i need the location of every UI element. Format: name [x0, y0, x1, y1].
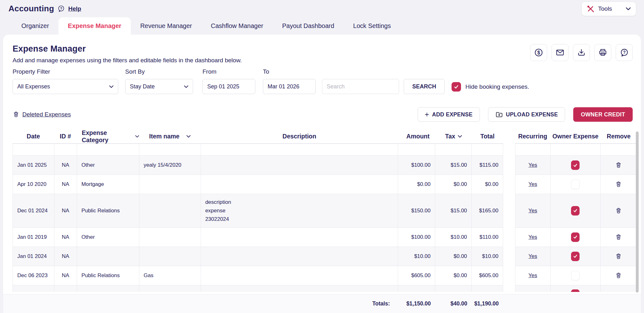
svg-text:$: $	[537, 50, 540, 55]
expense-manager-panel: Expense Manager Add and manage expenses …	[3, 35, 641, 313]
delete-row-button[interactable]	[614, 252, 623, 261]
recurring-link[interactable]: Yes	[528, 234, 537, 240]
delete-row-button[interactable]	[614, 271, 623, 280]
col-header-remove: Remove	[601, 133, 637, 140]
recurring-link[interactable]: Yes	[528, 162, 537, 168]
tab-cashflow-manager[interactable]: Cashflow Manager	[201, 17, 273, 35]
help-chat-button[interactable]: ?	[616, 44, 633, 61]
table-row: Apr 10 2020NAMortgage$0.00$0.00$0.00Yes	[13, 175, 641, 194]
delete-row-button[interactable]	[614, 161, 623, 170]
col-header-description: Description	[201, 133, 398, 140]
owner-expense-checkbox[interactable]	[571, 271, 580, 280]
help-link[interactable]: Help	[68, 5, 81, 12]
owner-credit-button[interactable]: OWNER CREDIT	[573, 107, 633, 122]
email-button[interactable]	[552, 44, 569, 61]
recurring-link[interactable]: Yes	[528, 181, 537, 187]
trash-icon	[615, 181, 622, 188]
col-header-owner-expense: Owner Expense	[550, 133, 601, 140]
search-input[interactable]	[322, 79, 399, 94]
delete-row-button[interactable]	[614, 180, 623, 189]
total-cell: $10.00	[472, 247, 503, 266]
recurring-link[interactable]: Yes	[528, 208, 537, 214]
chevron-down-icon	[458, 135, 462, 138]
help-chat-icon: ?	[619, 48, 629, 57]
tax-cell: $0.00	[435, 175, 472, 194]
date-cell: Jan 01 2019	[13, 228, 54, 247]
owner-expense-cell	[551, 228, 601, 247]
recurring-link[interactable]: Yes	[528, 253, 537, 260]
recurring-cell	[515, 144, 551, 155]
to-date-input[interactable]: Mar 01 2026	[263, 79, 316, 94]
category-cell: Other	[77, 156, 139, 175]
amount-cell: $100.00	[398, 156, 435, 175]
owner-expense-cell	[551, 247, 601, 266]
item-cell: Gas	[139, 266, 201, 285]
delete-row-button[interactable]	[614, 206, 623, 215]
tax-cell: $15.00	[435, 156, 472, 175]
owner-expense-checkbox[interactable]	[571, 232, 580, 242]
vertical-scrollbar[interactable]	[636, 131, 639, 293]
table-row	[13, 285, 641, 292]
total-cell: $0.00	[472, 175, 503, 194]
owner-expense-cell	[551, 156, 601, 175]
col-header-category[interactable]: Expense Category	[77, 129, 139, 144]
category-cell	[77, 285, 139, 292]
dollar-circle-icon: $	[534, 48, 543, 57]
owner-expense-checkbox[interactable]	[571, 252, 580, 261]
download-button[interactable]	[573, 44, 590, 61]
check-icon	[573, 209, 578, 213]
chevron-down-icon	[109, 85, 114, 88]
recurring-cell: Yes	[515, 194, 551, 227]
tab-payout-dashboard[interactable]: Payout Dashboard	[273, 17, 344, 35]
deleted-expenses-link[interactable]: Deleted Expenses	[13, 111, 71, 118]
col-header-id[interactable]: ID #	[54, 133, 77, 140]
currency-button[interactable]: $	[530, 44, 547, 61]
add-expense-button[interactable]: + ADD EXPENSE	[418, 107, 480, 122]
remove-cell	[601, 285, 637, 292]
owner-expense-checkbox[interactable]	[571, 180, 580, 189]
upload-expense-button[interactable]: UPLOAD EXPENSE	[488, 107, 565, 122]
recurring-cell: Yes	[515, 175, 551, 194]
app-title: Accounting	[8, 4, 54, 14]
actions-row: Deleted Expenses + ADD EXPENSE UPLOAD EX…	[13, 107, 641, 122]
from-date-input[interactable]: Sep 01 2025	[203, 79, 255, 94]
col-header-tax[interactable]: Tax	[435, 133, 472, 140]
totals-amount: $1,150.00	[398, 300, 435, 307]
tab-lock-settings[interactable]: Lock Settings	[344, 17, 400, 35]
print-button[interactable]	[594, 44, 611, 61]
owner-expense-checkbox[interactable]	[571, 160, 580, 170]
description-cell	[201, 228, 398, 247]
tax-cell: $0.00	[435, 247, 472, 266]
recurring-link[interactable]: Yes	[528, 272, 537, 279]
totals-label: Totals:	[201, 300, 398, 307]
trash-icon	[615, 272, 622, 279]
property-filter-select[interactable]: All Expenses	[13, 79, 118, 94]
date-cell: Apr 10 2020	[13, 175, 54, 194]
tab-revenue-manager[interactable]: Revenue Manager	[131, 17, 202, 35]
search-button[interactable]: SEARCH	[404, 79, 445, 94]
property-filter-label: Property Filter	[13, 68, 118, 75]
tools-button[interactable]: Tools	[582, 2, 636, 16]
table-row: Jan 01 2019NAOther$100.00$10.00$110.00Ye…	[13, 228, 641, 247]
tab-organizer[interactable]: Organizer	[12, 17, 58, 35]
hide-booking-checkbox[interactable]	[452, 82, 461, 92]
tab-expense-manager[interactable]: Expense Manager	[58, 17, 131, 35]
col-header-date[interactable]: Date	[13, 133, 54, 140]
owner-expense-checkbox[interactable]	[571, 289, 580, 292]
expense-table: Date ID # Expense Category Item name Des…	[13, 129, 641, 292]
trash-icon	[13, 111, 19, 118]
owner-expense-checkbox[interactable]	[571, 206, 580, 215]
amount-cell	[398, 144, 435, 155]
amount-cell: $10.00	[398, 247, 435, 266]
id-cell: NA	[54, 247, 77, 266]
remove-cell	[601, 194, 637, 227]
remove-cell	[601, 156, 637, 175]
owner-expense-cell	[551, 285, 601, 292]
description-cell	[201, 175, 398, 194]
delete-row-button[interactable]	[614, 233, 623, 242]
total-cell	[472, 144, 503, 155]
col-header-item[interactable]: Item name	[139, 133, 201, 140]
id-cell: NA	[54, 194, 77, 227]
remove-cell	[601, 175, 637, 194]
sort-by-select[interactable]: Stay Date	[125, 79, 193, 94]
